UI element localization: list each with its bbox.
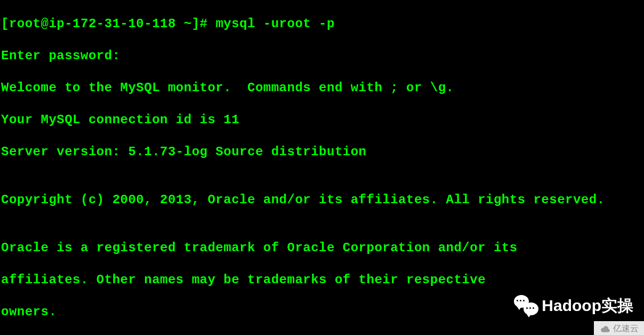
wechat-icon xyxy=(514,295,538,316)
password-prompt: Enter password: xyxy=(1,48,644,64)
server-version-line: Server version: 5.1.73-log Source distri… xyxy=(1,144,644,160)
connection-id-line: Your MySQL connection id is 11 xyxy=(1,112,644,128)
wechat-watermark: Hadoop实操 xyxy=(514,295,633,316)
shell-command: mysql -uroot -p xyxy=(215,17,335,31)
cloud-watermark: 亿速云 xyxy=(594,321,644,335)
cloud-label: 亿速云 xyxy=(613,323,639,334)
copyright-line: Copyright (c) 2000, 2013, Oracle and/or … xyxy=(1,192,644,208)
cloud-icon xyxy=(599,325,611,332)
terminal-output[interactable]: [root@ip-172-31-10-118 ~]# mysql -uroot … xyxy=(1,0,644,335)
trademark-line-1: Oracle is a registered trademark of Orac… xyxy=(1,240,644,256)
welcome-line: Welcome to the MySQL monitor. Commands e… xyxy=(1,80,644,96)
wechat-label: Hadoop实操 xyxy=(542,296,633,316)
trademark-line-2: affiliates. Other names may be trademark… xyxy=(1,272,644,288)
shell-prompt: [root@ip-172-31-10-118 ~]# xyxy=(1,17,215,31)
